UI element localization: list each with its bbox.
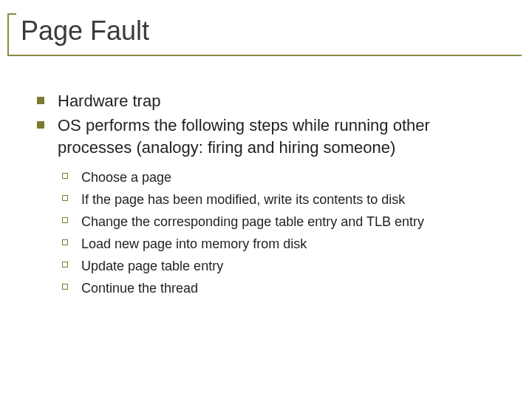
sub-bullet-item: Choose a page	[62, 168, 502, 187]
sub-bullet-text: Update page table entry	[81, 259, 223, 273]
sub-bullet-list: Choose a page If the page has been modif…	[62, 168, 502, 299]
bullet-text: Hardware trap	[58, 92, 160, 110]
sub-bullet-text: Choose a page	[81, 170, 171, 185]
title-rule-left	[7, 13, 9, 55]
hollow-square-bullet-icon	[62, 217, 68, 223]
sub-bullet-item: Change the corresponding page table entr…	[62, 212, 502, 231]
hollow-square-bullet-icon	[62, 262, 68, 267]
sub-bullet-item: If the page has been modified, write its…	[62, 190, 502, 209]
bullet-item: OS performs the following steps while ru…	[37, 115, 502, 298]
slide: Page Fault Hardware trap OS performs the…	[0, 0, 532, 399]
sub-bullet-text: Change the corresponding page table entr…	[81, 214, 424, 229]
sub-bullet-text: Load new page into memory from disk	[81, 236, 307, 251]
square-bullet-icon	[37, 97, 44, 104]
sub-bullet-item: Continue the thread	[62, 279, 502, 298]
slide-title: Page Fault	[21, 16, 532, 46]
bullet-list: Hardware trap OS performs the following …	[37, 90, 502, 299]
sub-bullet-item: Update page table entry	[62, 256, 502, 276]
sub-bullet-item: Load new page into memory from disk	[62, 234, 502, 253]
bullet-text: OS performs the following steps while ru…	[58, 116, 430, 157]
hollow-square-bullet-icon	[62, 195, 68, 201]
title-area: Page Fault	[0, 0, 532, 53]
hollow-square-bullet-icon	[62, 173, 68, 179]
hollow-square-bullet-icon	[62, 284, 68, 290]
title-rule-bottom	[7, 55, 522, 56]
bullet-item: Hardware trap	[37, 90, 502, 112]
sub-bullet-text: Continue the thread	[81, 281, 198, 296]
sub-bullet-text: If the page has been modified, write its…	[81, 192, 405, 207]
slide-body: Hardware trap OS performs the following …	[0, 53, 532, 299]
square-bullet-icon	[37, 121, 44, 129]
hollow-square-bullet-icon	[62, 239, 68, 245]
